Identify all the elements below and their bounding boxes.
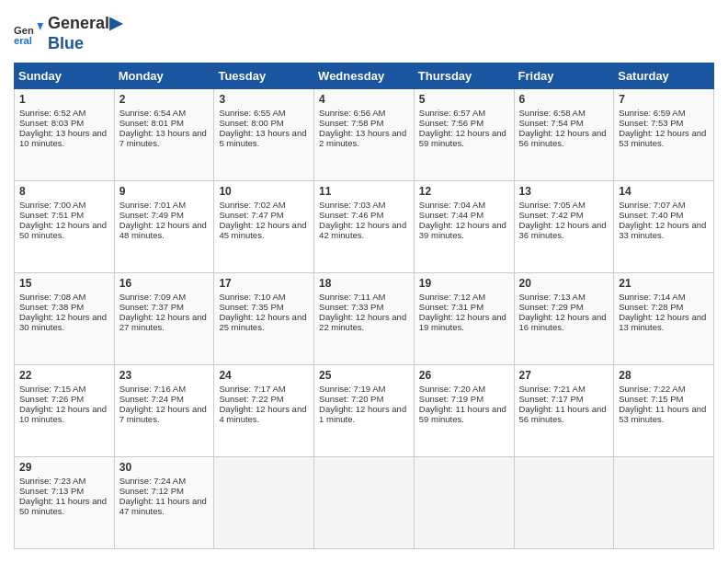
col-sunday: Sunday [15, 63, 115, 89]
calendar-cell: 17Sunrise: 7:10 AMSunset: 7:35 PMDayligh… [214, 273, 314, 365]
calendar-table: Sunday Monday Tuesday Wednesday Thursday… [14, 63, 714, 549]
day-number: 27 [519, 369, 609, 382]
calendar-cell: 13Sunrise: 7:05 AMSunset: 7:42 PMDayligh… [514, 181, 614, 273]
day-number: 18 [319, 277, 409, 290]
day-number: 30 [119, 461, 210, 474]
calendar-cell: 7Sunrise: 6:59 AMSunset: 7:53 PMDaylight… [614, 89, 714, 181]
calendar-cell: 3Sunrise: 6:55 AMSunset: 8:00 PMDaylight… [214, 89, 314, 181]
calendar-cell: 4Sunrise: 6:56 AMSunset: 7:58 PMDaylight… [314, 89, 415, 181]
col-tuesday: Tuesday [214, 63, 314, 89]
day-number: 23 [119, 369, 210, 382]
calendar-cell [514, 457, 614, 549]
calendar-cell [214, 457, 314, 549]
day-number: 19 [419, 277, 509, 290]
logo-blue: Blue [48, 34, 122, 54]
calendar-cell: 18Sunrise: 7:11 AMSunset: 7:33 PMDayligh… [314, 273, 415, 365]
day-number: 25 [319, 369, 409, 382]
day-number: 8 [19, 185, 109, 198]
calendar-cell: 25Sunrise: 7:19 AMSunset: 7:20 PMDayligh… [314, 365, 415, 457]
day-number: 21 [619, 277, 709, 290]
calendar-cell: 23Sunrise: 7:16 AMSunset: 7:24 PMDayligh… [114, 365, 214, 457]
calendar-cell: 22Sunrise: 7:15 AMSunset: 7:26 PMDayligh… [15, 365, 115, 457]
day-number: 1 [19, 93, 109, 106]
day-number: 3 [219, 93, 309, 106]
logo: Gen eral General▶ Blue [14, 14, 122, 53]
calendar-cell: 19Sunrise: 7:12 AMSunset: 7:31 PMDayligh… [414, 273, 514, 365]
calendar-cell: 21Sunrise: 7:14 AMSunset: 7:28 PMDayligh… [614, 273, 714, 365]
day-number: 15 [19, 277, 109, 290]
day-number: 10 [219, 185, 309, 198]
day-number: 17 [219, 277, 309, 290]
calendar-cell: 26Sunrise: 7:20 AMSunset: 7:19 PMDayligh… [414, 365, 514, 457]
day-number: 11 [319, 185, 409, 198]
calendar-cell: 28Sunrise: 7:22 AMSunset: 7:15 PMDayligh… [614, 365, 714, 457]
calendar-cell: 6Sunrise: 6:58 AMSunset: 7:54 PMDaylight… [514, 89, 614, 181]
header: Gen eral General▶ Blue [14, 14, 714, 53]
day-number: 26 [419, 369, 509, 382]
col-thursday: Thursday [414, 63, 514, 89]
day-number: 29 [19, 461, 109, 474]
day-number: 28 [619, 369, 709, 382]
calendar-header-row: Sunday Monday Tuesday Wednesday Thursday… [15, 63, 714, 89]
day-number: 9 [119, 185, 210, 198]
calendar-cell [614, 457, 714, 549]
day-number: 24 [219, 369, 309, 382]
calendar-cell: 10Sunrise: 7:02 AMSunset: 7:47 PMDayligh… [214, 181, 314, 273]
day-number: 12 [419, 185, 509, 198]
calendar-cell: 29Sunrise: 7:23 AMSunset: 7:13 PMDayligh… [15, 457, 115, 549]
calendar-cell: 12Sunrise: 7:04 AMSunset: 7:44 PMDayligh… [414, 181, 514, 273]
svg-marker-2 [38, 23, 43, 30]
col-wednesday: Wednesday [314, 63, 415, 89]
calendar-cell [314, 457, 415, 549]
calendar-cell: 15Sunrise: 7:08 AMSunset: 7:38 PMDayligh… [15, 273, 115, 365]
day-number: 22 [19, 369, 109, 382]
calendar-cell: 27Sunrise: 7:21 AMSunset: 7:17 PMDayligh… [514, 365, 614, 457]
day-number: 4 [319, 93, 409, 106]
svg-text:Gen: Gen [14, 25, 34, 36]
day-number: 20 [519, 277, 609, 290]
page: Gen eral General▶ Blue Sunday Monday Tue… [0, 0, 728, 563]
calendar-cell: 9Sunrise: 7:01 AMSunset: 7:49 PMDaylight… [114, 181, 214, 273]
day-number: 7 [619, 93, 709, 106]
day-number: 16 [119, 277, 210, 290]
day-number: 14 [619, 185, 709, 198]
calendar-cell: 1Sunrise: 6:52 AMSunset: 8:03 PMDaylight… [15, 89, 115, 181]
svg-text:eral: eral [14, 35, 32, 46]
calendar-cell: 20Sunrise: 7:13 AMSunset: 7:29 PMDayligh… [514, 273, 614, 365]
calendar-cell: 16Sunrise: 7:09 AMSunset: 7:37 PMDayligh… [114, 273, 214, 365]
logo-icon: Gen eral [14, 19, 43, 49]
day-number: 6 [519, 93, 609, 106]
col-friday: Friday [514, 63, 614, 89]
calendar-cell: 14Sunrise: 7:07 AMSunset: 7:40 PMDayligh… [614, 181, 714, 273]
calendar-cell: 2Sunrise: 6:54 AMSunset: 8:01 PMDaylight… [114, 89, 214, 181]
calendar-cell [414, 457, 514, 549]
col-monday: Monday [114, 63, 214, 89]
logo-general: General▶ [48, 14, 122, 34]
col-saturday: Saturday [614, 63, 714, 89]
calendar-cell: 8Sunrise: 7:00 AMSunset: 7:51 PMDaylight… [15, 181, 115, 273]
day-number: 13 [519, 185, 609, 198]
calendar-cell: 24Sunrise: 7:17 AMSunset: 7:22 PMDayligh… [214, 365, 314, 457]
calendar-cell: 5Sunrise: 6:57 AMSunset: 7:56 PMDaylight… [414, 89, 514, 181]
day-number: 2 [119, 93, 210, 106]
day-number: 5 [419, 93, 509, 106]
calendar-cell: 30Sunrise: 7:24 AMSunset: 7:12 PMDayligh… [114, 457, 214, 549]
calendar-cell: 11Sunrise: 7:03 AMSunset: 7:46 PMDayligh… [314, 181, 415, 273]
